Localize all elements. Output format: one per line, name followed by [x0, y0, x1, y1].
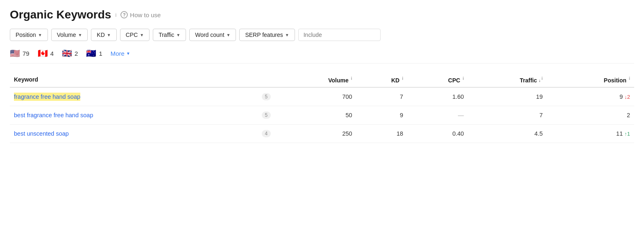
keywords-table: Keyword Volume i KD i CPC i Traffic ↓i P…	[10, 73, 634, 143]
chevron-down-icon: ▼	[38, 33, 42, 37]
col-traffic: Traffic ↓i	[468, 73, 546, 87]
more-label: More	[111, 50, 125, 57]
chevron-down-icon: ▼	[140, 33, 144, 37]
cpc-cell: 0.40	[407, 124, 468, 143]
filter-btn-serp-features[interactable]: SERP features▼	[239, 29, 295, 41]
position-change-down: ↓2	[624, 94, 630, 100]
col-keyword: Keyword	[10, 73, 231, 87]
keyword-text: fragrance free hand soap	[14, 93, 80, 101]
keyword-cell: fragrance free hand soap	[10, 87, 231, 106]
country-item[interactable]: 🇺🇸79	[10, 49, 29, 57]
page-header: Organic Keywords i ? How to use	[10, 8, 634, 21]
country-item[interactable]: 🇨🇦4	[38, 49, 54, 57]
table-body: fragrance free hand soap570071.60199 ↓2b…	[10, 87, 634, 143]
country-flag: 🇨🇦	[38, 49, 48, 57]
col-kd: KD i	[356, 73, 408, 87]
keyword-cell: best fragrance free hand soap	[10, 106, 231, 124]
filter-btn-volume[interactable]: Volume▼	[51, 29, 88, 41]
traffic-cell: 19	[468, 87, 546, 106]
col-position: Position i	[547, 73, 634, 87]
keyword-text: best unscented soap	[14, 130, 69, 137]
table-row: fragrance free hand soap570071.60199 ↓2	[10, 87, 634, 106]
question-icon: ?	[120, 11, 128, 18]
chevron-down-icon: ▼	[285, 33, 289, 37]
position-change-up: ↑1	[624, 131, 630, 137]
table-header: Keyword Volume i KD i CPC i Traffic ↓i P…	[10, 73, 634, 87]
table-row: best unscented soap4250180.404.511 ↑1	[10, 124, 634, 143]
country-bar: 🇺🇸79🇨🇦4🇬🇧2🇦🇺1More▼	[10, 49, 634, 64]
include-input[interactable]	[298, 29, 381, 41]
kd-cell: 9	[356, 106, 408, 124]
filter-label: Position	[16, 32, 36, 38]
volume-cell: 250	[275, 124, 356, 143]
col-cpc: CPC i	[407, 73, 468, 87]
country-count: 79	[23, 50, 29, 57]
word-count-cell: 5	[231, 87, 275, 106]
info-icon[interactable]: i	[115, 12, 116, 18]
cpc-cell: —	[407, 106, 468, 124]
cpc-cell: 1.60	[407, 87, 468, 106]
volume-cell: 50	[275, 106, 356, 124]
country-item[interactable]: 🇦🇺1	[86, 49, 102, 57]
cpc-dash: —	[458, 112, 464, 118]
filter-btn-cpc[interactable]: CPC▼	[120, 29, 150, 41]
page-title: Organic Keywords	[10, 8, 111, 21]
filter-label: Word count	[195, 32, 224, 38]
keyword-link[interactable]: best unscented soap	[14, 130, 69, 137]
word-count-badge: 5	[262, 111, 271, 119]
position-cell: 11 ↑1	[547, 124, 634, 143]
filter-bar: Position▼Volume▼KD▼CPC▼Traffic▼Word coun…	[10, 29, 634, 41]
filter-btn-position[interactable]: Position▼	[10, 29, 48, 41]
country-item[interactable]: 🇬🇧2	[62, 49, 78, 57]
country-flag: 🇺🇸	[10, 49, 20, 57]
country-flag: 🇬🇧	[62, 49, 72, 57]
kd-cell: 18	[356, 124, 408, 143]
traffic-cell: 7	[468, 106, 546, 124]
volume-cell: 700	[275, 87, 356, 106]
filter-label: CPC	[126, 32, 138, 38]
chevron-down-icon: ▼	[107, 33, 111, 37]
filter-label: Traffic	[159, 32, 174, 38]
traffic-cell: 4.5	[468, 124, 546, 143]
more-button[interactable]: More▼	[111, 50, 130, 57]
country-count: 1	[99, 50, 102, 57]
country-count: 4	[50, 50, 54, 57]
position-value: 11	[616, 130, 623, 137]
word-count-badge: 5	[262, 93, 271, 100]
filter-label: SERP features	[245, 32, 283, 38]
chevron-down-icon: ▼	[78, 33, 82, 37]
table-row: best fragrance free hand soap5509—72	[10, 106, 634, 124]
keyword-text: best fragrance free hand soap	[14, 112, 93, 118]
filter-btn-word-count[interactable]: Word count▼	[189, 29, 236, 41]
kd-cell: 7	[356, 87, 408, 106]
country-flag: 🇦🇺	[86, 49, 96, 57]
how-to-use-label: How to use	[130, 11, 161, 18]
keyword-link[interactable]: best fragrance free hand soap	[14, 112, 93, 118]
chevron-down-icon: ▼	[176, 33, 180, 37]
col-wordcount-spacer	[231, 73, 275, 87]
chevron-down-icon: ▼	[227, 33, 231, 37]
word-count-cell: 5	[231, 106, 275, 124]
position-cell: 2	[547, 106, 634, 124]
word-count-cell: 4	[231, 124, 275, 143]
country-count: 2	[75, 50, 78, 57]
keyword-cell: best unscented soap	[10, 124, 231, 143]
filter-label: Volume	[57, 32, 76, 38]
position-cell: 9 ↓2	[547, 87, 634, 106]
keyword-link[interactable]: fragrance free hand soap	[14, 93, 80, 101]
col-volume: Volume i	[275, 73, 356, 87]
word-count-badge: 4	[262, 130, 271, 137]
position-value: 2	[627, 112, 630, 118]
how-to-use-link[interactable]: ? How to use	[120, 11, 161, 18]
filter-btn-kd[interactable]: KD▼	[91, 29, 116, 41]
filter-label: KD	[97, 32, 104, 38]
filter-btn-traffic[interactable]: Traffic▼	[153, 29, 186, 41]
chevron-down-icon: ▼	[126, 51, 130, 56]
position-value: 9	[619, 93, 623, 100]
